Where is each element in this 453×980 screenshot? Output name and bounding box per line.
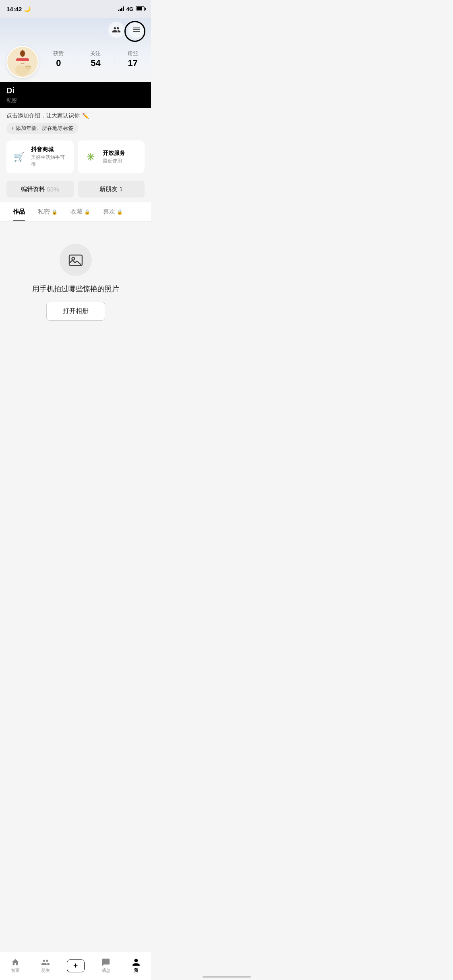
following-value: 54 xyxy=(90,58,101,68)
menu-button[interactable] xyxy=(128,22,145,38)
stat-following[interactable]: 关注 54 xyxy=(90,50,101,68)
bio-text[interactable]: 点击添加介绍，让大家认识你 ✏️ xyxy=(6,112,145,119)
following-label: 关注 xyxy=(90,50,101,57)
photo-icon xyxy=(68,252,84,268)
bio-edit-icon[interactable]: ✏️ xyxy=(82,113,89,119)
privacy-label: 私密 xyxy=(6,97,145,104)
tab-collections[interactable]: 收藏 🔒 xyxy=(64,202,97,221)
stat-divider-2 xyxy=(114,53,114,65)
avatar[interactable] xyxy=(6,46,39,78)
menu-icon xyxy=(132,25,141,34)
open-album-button[interactable]: 打开相册 xyxy=(46,302,105,321)
shop-subtitle: 美好生活触手可得 xyxy=(31,154,68,168)
service-cards: 🛒 抖音商城 美好生活触手可得 ✳️ 开放服务 最近使用 xyxy=(0,136,151,177)
service-card-open[interactable]: ✳️ 开放服务 最近使用 xyxy=(78,140,145,173)
friends-button[interactable] xyxy=(108,22,124,38)
status-time: 14:42 🌙 xyxy=(6,6,31,12)
likes-value: 0 xyxy=(53,58,64,68)
action-buttons: 编辑资料 55% 新朋友 1 xyxy=(0,177,151,202)
svg-point-10 xyxy=(72,257,74,260)
shop-icon: 🛒 xyxy=(12,150,26,164)
friends-icon xyxy=(112,25,121,34)
content-area: 用手机拍过哪些惊艳的照片 打开相册 xyxy=(0,222,151,342)
stat-followers[interactable]: 粉丝 17 xyxy=(128,50,138,68)
battery-icon xyxy=(136,6,145,11)
username-display: Di xyxy=(6,86,145,95)
add-tags-button[interactable]: + 添加年龄、所在地等标签 xyxy=(6,123,78,134)
bio-placeholder: 点击添加介绍，让大家认识你 xyxy=(6,112,80,119)
tab-private[interactable]: 私密 🔒 xyxy=(31,202,64,221)
open-service-info: 开放服务 最近使用 xyxy=(103,150,125,165)
open-service-title: 开放服务 xyxy=(103,150,125,157)
svg-point-6 xyxy=(19,61,20,63)
service-card-shop[interactable]: 🛒 抖音商城 美好生活触手可得 xyxy=(6,140,74,173)
edit-profile-button[interactable]: 编辑资料 55% xyxy=(6,181,74,198)
tabs-container: 作品 私密 🔒 收藏 🔒 喜欢 🔒 xyxy=(0,202,151,222)
likes-label: 获赞 xyxy=(53,50,64,57)
likes-lock-icon: 🔒 xyxy=(117,209,123,215)
menu-button-wrapper xyxy=(128,22,145,38)
empty-text: 用手机拍过哪些惊艳的照片 xyxy=(32,284,119,294)
svg-point-4 xyxy=(21,51,24,54)
tags-label: + 添加年龄、所在地等标签 xyxy=(11,125,73,132)
header-bg: 获赞 0 关注 54 粉丝 17 xyxy=(0,18,151,82)
followers-value: 17 xyxy=(128,58,138,68)
collections-lock-icon: 🔒 xyxy=(84,209,90,215)
tab-likes[interactable]: 喜欢 🔒 xyxy=(97,202,129,221)
avatar-image xyxy=(7,47,38,77)
bio-section: 点击添加介绍，让大家认识你 ✏️ + 添加年龄、所在地等标签 xyxy=(0,108,151,136)
open-service-icon: ✳️ xyxy=(83,150,98,164)
stats-container: 获赞 0 关注 54 粉丝 17 xyxy=(47,46,145,68)
header-icons xyxy=(6,22,145,42)
tab-works[interactable]: 作品 xyxy=(6,202,31,221)
svg-rect-5 xyxy=(16,58,29,61)
empty-icon-wrapper xyxy=(60,244,92,276)
network-label: 4G xyxy=(126,6,133,12)
stat-likes[interactable]: 获赞 0 xyxy=(53,50,64,68)
name-block: Di 私密 xyxy=(0,82,151,108)
stat-divider-1 xyxy=(77,53,77,65)
followers-label: 粉丝 xyxy=(128,50,138,57)
time-display: 14:42 xyxy=(6,6,22,12)
status-bar: 14:42 🌙 4G xyxy=(0,0,151,18)
shop-title: 抖音商城 xyxy=(31,146,68,153)
private-lock-icon: 🔒 xyxy=(52,209,58,215)
signal-icon xyxy=(118,6,124,11)
new-friends-button[interactable]: 新朋友 1 xyxy=(78,181,145,198)
moon-icon: 🌙 xyxy=(24,6,31,12)
profile-top: 获赞 0 关注 54 粉丝 17 xyxy=(6,42,145,82)
status-right: 4G xyxy=(118,6,145,12)
open-service-subtitle: 最近使用 xyxy=(103,158,125,165)
shop-info: 抖音商城 美好生活触手可得 xyxy=(31,146,68,168)
